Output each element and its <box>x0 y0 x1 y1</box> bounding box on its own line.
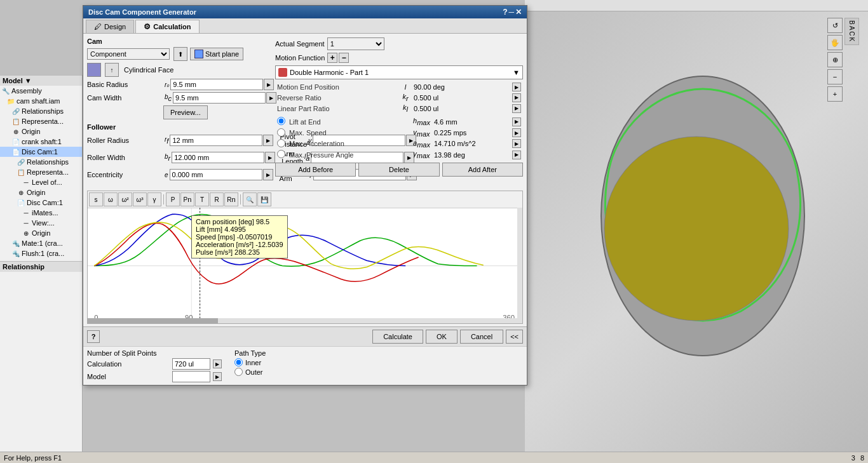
chart-tool-5[interactable]: γ <box>147 192 161 206</box>
tree-item-mate[interactable]: 🔩 Mate:1 (cra... <box>0 238 82 248</box>
minimize-icon[interactable]: ─ <box>508 8 514 17</box>
max-speed-radio[interactable] <box>277 128 285 137</box>
dialog-titlebar[interactable]: Disc Cam Component Generator ? ─ ✕ <box>83 6 527 18</box>
roller-radius-expand[interactable]: ▶ <box>263 135 273 146</box>
add-after-btn[interactable]: Add After <box>442 163 523 177</box>
lift-end-radio[interactable] <box>277 117 285 125</box>
max-accel-radio[interactable] <box>277 139 285 147</box>
chart-tool-2[interactable]: ω <box>104 192 118 206</box>
inner-row: Inner <box>234 358 328 366</box>
tab-calculation[interactable]: ⚙ Calculation <box>135 20 199 33</box>
pointer-tool-btn[interactable]: ⬆ <box>173 47 187 61</box>
nav-zoom-out-btn[interactable]: − <box>827 69 843 84</box>
roller-radius-input[interactable] <box>170 135 262 146</box>
rr-expand[interactable]: ▶ <box>512 93 521 102</box>
tree-item-view[interactable]: ─ View:... <box>0 218 82 228</box>
nav-back-btn[interactable]: << <box>506 330 523 344</box>
actual-segment-select[interactable]: 1234 <box>327 37 384 50</box>
tree-item-crank[interactable]: 📄 crank shaft:1 <box>0 137 82 147</box>
tree-item-flush[interactable]: 🔩 Flush:1 (cra... <box>0 248 82 258</box>
ok-btn[interactable]: OK <box>426 330 458 344</box>
eccentricity-expand[interactable]: ▶ <box>263 169 273 180</box>
add-motion-btn[interactable]: + <box>327 53 337 63</box>
nav-zoom-in-btn[interactable]: + <box>827 86 843 102</box>
tree-item-assembly[interactable]: 🔧 Assembly <box>0 86 82 96</box>
model-label: Model <box>87 373 170 380</box>
tree-item-representation[interactable]: 📋 Representa... <box>0 116 82 126</box>
chart-tool-p[interactable]: P <box>166 192 180 206</box>
nav-pan-btn[interactable]: 🖐 <box>827 35 843 50</box>
chart-area[interactable]: s ω ω² ω³ γ P Pn T R Rn 🔍 💾 0 90 360 <box>87 191 523 324</box>
roller-width-expand[interactable]: ▶ <box>265 152 275 163</box>
tree-label: View:... <box>32 219 55 227</box>
tree-item-level[interactable]: ─ Level of... <box>0 177 82 187</box>
status-right1: 3 <box>851 454 855 462</box>
tab-design[interactable]: 🖊 Design <box>86 20 134 33</box>
tree-label: Origin <box>32 229 50 237</box>
tree-item-relationships2[interactable]: 🔗 Relationships <box>0 157 82 167</box>
model-input[interactable] <box>172 371 210 382</box>
chart-save-btn[interactable]: 💾 <box>257 192 271 206</box>
nav-zoom-btn[interactable]: ⊕ <box>827 52 843 67</box>
model-expand[interactable]: ▶ <box>213 372 222 381</box>
max-pressure-label: Max. Pressure Angle <box>287 149 411 160</box>
chart-zoom-btn[interactable]: 🔍 <box>243 192 257 206</box>
dialog-tab-bar: 🖊 Design ⚙ Calculation <box>83 18 527 34</box>
chart-scrollbar-h[interactable] <box>88 318 522 323</box>
tree-item-disc-cam2[interactable]: 📄 Disc Cam:1 <box>0 198 82 208</box>
delete-btn[interactable]: Delete <box>358 163 439 177</box>
roller-radius-input-group: ▶ <box>170 135 273 146</box>
cyl-face-tool[interactable]: ↑ <box>105 63 119 77</box>
calc-input[interactable] <box>172 358 210 370</box>
eccentricity-input[interactable] <box>170 169 262 180</box>
tree-item-origin3[interactable]: ⊕ Origin <box>0 228 82 238</box>
motion-fn-dropdown[interactable]: Double Harmonic - Part 1 ▼ <box>275 65 523 79</box>
tree-item-origin2[interactable]: ⊕ Origin <box>0 187 82 198</box>
lift-expand[interactable]: ▶ <box>512 117 521 126</box>
start-plane-btn[interactable]: Start plane <box>190 48 243 60</box>
origin-icon: ⊕ <box>11 127 20 136</box>
chart-scrollbar-v[interactable] <box>517 208 522 318</box>
outer-radio[interactable] <box>234 368 243 376</box>
tree-item-cam-shaft[interactable]: 📁 cam shaft.iam <box>0 96 82 106</box>
cam-type-select[interactable]: Component Feature <box>87 48 170 60</box>
nav-rotate-btn[interactable]: ↺ <box>827 18 843 33</box>
chart-scrollbar-thumb[interactable] <box>88 318 218 323</box>
calc-expand[interactable]: ▶ <box>213 359 222 368</box>
help-icon[interactable]: ? <box>503 8 507 17</box>
dialog-body: Cam Component Feature ⬆ Start plane ↑ Cy… <box>83 34 527 188</box>
accel-expand[interactable]: ▶ <box>512 139 521 148</box>
basic-radius-expand[interactable]: ▶ <box>264 79 274 90</box>
cyl-face-icon[interactable] <box>87 63 101 77</box>
max-pressure-radio[interactable] <box>277 150 285 158</box>
chart-tool-t[interactable]: T <box>195 192 209 206</box>
chart-tool-rn[interactable]: Rn <box>224 192 238 206</box>
add-before-btn[interactable]: Add Before <box>275 163 356 177</box>
calculate-btn[interactable]: Calculate <box>372 330 423 344</box>
mep-expand[interactable]: ▶ <box>512 83 521 91</box>
chart-tool-3[interactable]: ω² <box>118 192 132 206</box>
basic-radius-input[interactable] <box>170 79 263 90</box>
remove-motion-btn[interactable]: − <box>339 53 349 63</box>
dialog-help-btn[interactable]: ? <box>87 330 100 343</box>
tree-item-origin1[interactable]: ⊕ Origin <box>0 126 82 137</box>
back-label[interactable]: BACK <box>844 18 859 45</box>
cam-width-input[interactable] <box>173 92 266 104</box>
lpr-expand[interactable]: ▶ <box>512 104 521 113</box>
chart-tool-pn[interactable]: Pn <box>180 192 194 206</box>
roller-width-input[interactable] <box>172 152 264 163</box>
chart-tool-1[interactable]: s <box>89 192 103 206</box>
cancel-btn[interactable]: Cancel <box>460 330 503 344</box>
close-icon[interactable]: ✕ <box>515 8 522 17</box>
preview-btn[interactable]: Preview... <box>163 105 208 119</box>
mep-symbol: l <box>399 82 412 92</box>
speed-expand[interactable]: ▶ <box>512 128 521 137</box>
tree-item-relationships1[interactable]: 🔗 Relationships <box>0 106 82 116</box>
tree-item-representation2[interactable]: 📋 Representa... <box>0 167 82 177</box>
tree-item-disc-cam[interactable]: 📄 Disc Cam:1 <box>0 147 82 157</box>
tree-item-imates[interactable]: ─ iMates... <box>0 208 82 218</box>
chart-tool-4[interactable]: ω³ <box>133 192 147 206</box>
chart-tool-r[interactable]: R <box>210 192 224 206</box>
inner-radio[interactable] <box>234 358 243 366</box>
pressure-expand[interactable]: ▶ <box>512 151 521 159</box>
